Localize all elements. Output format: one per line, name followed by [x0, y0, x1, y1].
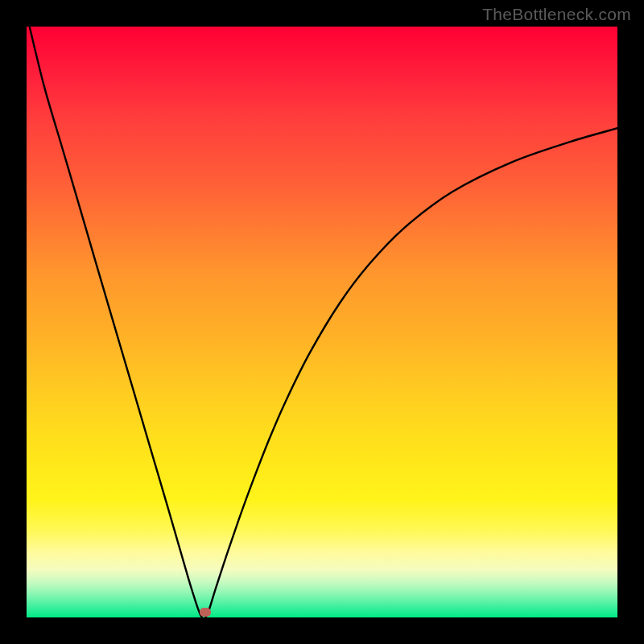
- watermark-text: TheBottleneck.com: [482, 5, 631, 24]
- chart-frame: TheBottleneck.com: [0, 0, 644, 644]
- bottleneck-curve: [27, 27, 617, 617]
- optimum-marker: [200, 608, 211, 617]
- plot-area: [27, 27, 617, 617]
